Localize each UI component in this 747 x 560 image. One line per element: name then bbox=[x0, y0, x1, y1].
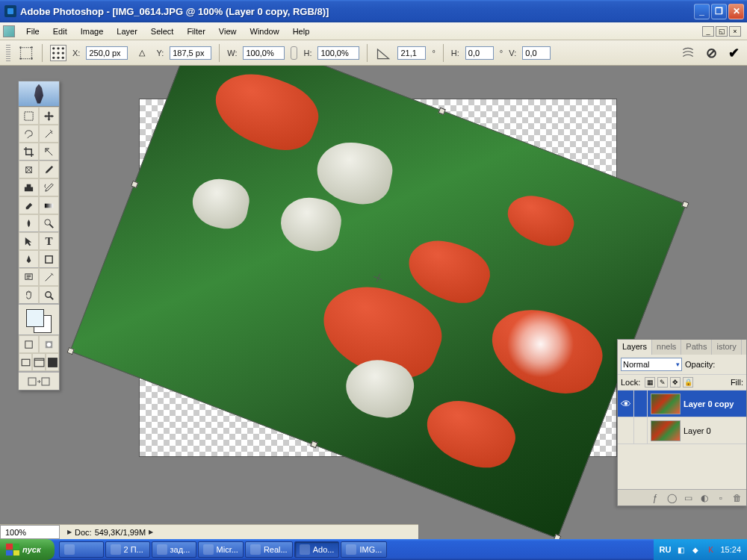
menu-help[interactable]: Help bbox=[286, 25, 317, 38]
window-minimize-button[interactable]: _ bbox=[694, 4, 710, 19]
taskbar-item[interactable]: зад... bbox=[152, 541, 196, 558]
tray-icon[interactable]: K bbox=[705, 544, 716, 555]
hand-tool[interactable] bbox=[19, 286, 39, 304]
language-indicator[interactable]: RU bbox=[660, 545, 672, 554]
menu-window[interactable]: Window bbox=[244, 25, 286, 38]
layer-visibility-toggle[interactable] bbox=[618, 417, 634, 444]
x-input[interactable] bbox=[86, 46, 128, 60]
color-swatches[interactable] bbox=[19, 304, 59, 335]
new-layer-button[interactable]: ▫ bbox=[715, 492, 727, 504]
zoom-tool[interactable] bbox=[39, 286, 59, 304]
window-maximize-button[interactable]: ❐ bbox=[711, 4, 727, 19]
screen-mode-standard[interactable] bbox=[19, 353, 32, 371]
layer-link-toggle[interactable] bbox=[634, 417, 648, 444]
pen-tool[interactable] bbox=[19, 250, 39, 268]
status-arrow-icon[interactable]: ▶ bbox=[67, 529, 72, 535]
lasso-tool[interactable] bbox=[19, 125, 39, 143]
move-tool[interactable] bbox=[39, 107, 59, 125]
lock-paint-icon[interactable]: ✎ bbox=[657, 377, 668, 388]
menu-view[interactable]: View bbox=[212, 25, 244, 38]
menu-file[interactable]: File bbox=[19, 25, 46, 38]
layer-row[interactable]: Layer 0 bbox=[618, 417, 746, 444]
document-window[interactable] bbox=[139, 99, 617, 457]
zoom-level-input[interactable]: 100% bbox=[0, 525, 60, 539]
crop-tool[interactable] bbox=[19, 143, 39, 161]
screen-mode-full[interactable] bbox=[46, 353, 59, 371]
menu-edit[interactable]: Edit bbox=[46, 25, 74, 38]
w-input[interactable] bbox=[243, 46, 285, 60]
transform-tool-icon[interactable] bbox=[18, 45, 34, 61]
lock-position-icon[interactable]: ✥ bbox=[670, 377, 681, 388]
mdi-minimize-button[interactable]: _ bbox=[702, 26, 714, 37]
start-button[interactable]: пуск bbox=[0, 539, 55, 560]
menu-filter[interactable]: Filter bbox=[180, 25, 211, 38]
h-input[interactable] bbox=[317, 46, 359, 60]
taskbar-item[interactable]: Ado... bbox=[294, 541, 340, 558]
taskbar-item[interactable]: Real... bbox=[245, 541, 293, 558]
layer-thumbnail[interactable] bbox=[651, 420, 681, 441]
y-input[interactable] bbox=[170, 46, 211, 60]
standard-mode-button[interactable] bbox=[19, 335, 39, 353]
tab-paths[interactable]: Paths bbox=[681, 340, 712, 355]
foreground-color-swatch[interactable] bbox=[26, 309, 44, 327]
menu-select[interactable]: Select bbox=[144, 25, 181, 38]
layers-panel[interactable]: Layers nnels Paths istory Normal ▾ Opaci… bbox=[617, 339, 747, 506]
magic-wand-tool[interactable] bbox=[39, 125, 59, 143]
tab-layers[interactable]: Layers bbox=[618, 340, 652, 355]
vskew-input[interactable] bbox=[522, 46, 551, 60]
tab-channels[interactable]: nnels bbox=[652, 340, 681, 355]
delete-layer-button[interactable]: 🗑 bbox=[731, 492, 743, 504]
reference-point-icon[interactable] bbox=[50, 45, 66, 61]
new-group-button[interactable]: ▭ bbox=[682, 492, 694, 504]
cancel-transform-button[interactable]: ⊘ bbox=[704, 46, 719, 60]
blur-tool[interactable] bbox=[19, 214, 39, 232]
brush-tool[interactable] bbox=[39, 161, 59, 178]
toolbox-panel[interactable]: T bbox=[18, 81, 60, 391]
taskbar-item[interactable]: Micr... bbox=[198, 541, 244, 558]
layer-name[interactable]: Layer 0 bbox=[684, 426, 711, 435]
warp-icon[interactable] bbox=[680, 45, 696, 61]
healing-brush-tool[interactable] bbox=[19, 161, 39, 178]
slice-tool[interactable] bbox=[39, 143, 59, 161]
hskew-input[interactable] bbox=[465, 46, 494, 60]
layer-row[interactable]: 👁 Layer 0 copy bbox=[618, 391, 746, 417]
mdi-restore-button[interactable]: ◱ bbox=[716, 26, 728, 37]
taskbar-item[interactable]: 2 П... bbox=[105, 541, 150, 558]
link-aspect-icon[interactable] bbox=[291, 46, 297, 60]
shape-tool[interactable] bbox=[39, 250, 59, 268]
delta-icon[interactable]: △ bbox=[134, 45, 150, 61]
layer-style-button[interactable]: ƒ bbox=[649, 492, 661, 504]
gradient-tool[interactable] bbox=[39, 196, 59, 214]
blend-mode-select[interactable]: Normal ▾ bbox=[621, 358, 682, 371]
lock-transparency-icon[interactable]: ▦ bbox=[645, 377, 655, 388]
quick-mask-mode-button[interactable] bbox=[39, 335, 59, 353]
eraser-tool[interactable] bbox=[19, 196, 39, 214]
eyedropper-tool[interactable] bbox=[39, 268, 59, 286]
layer-mask-button[interactable]: ◯ bbox=[666, 492, 678, 504]
window-close-button[interactable]: ✕ bbox=[728, 4, 744, 19]
taskbar-item[interactable]: IMG... bbox=[341, 541, 387, 558]
layer-name[interactable]: Layer 0 copy bbox=[684, 399, 734, 408]
adjustment-layer-button[interactable]: ◐ bbox=[698, 492, 710, 504]
tray-icon[interactable]: ◆ bbox=[690, 544, 701, 555]
layer-visibility-toggle[interactable]: 👁 bbox=[618, 391, 634, 417]
path-selection-tool[interactable] bbox=[19, 232, 39, 250]
jump-to-imageready-button[interactable] bbox=[19, 372, 59, 390]
taskbar-item[interactable] bbox=[59, 541, 104, 558]
history-brush-tool[interactable] bbox=[39, 178, 59, 196]
dodge-tool[interactable] bbox=[39, 214, 59, 232]
screen-mode-full-menubar[interactable] bbox=[32, 353, 46, 371]
layer-thumbnail[interactable] bbox=[651, 393, 681, 414]
marquee-tool[interactable] bbox=[19, 107, 39, 125]
clock[interactable]: 15:24 bbox=[720, 545, 741, 554]
menu-image[interactable]: Image bbox=[74, 25, 111, 38]
notes-tool[interactable] bbox=[19, 268, 39, 286]
tab-history[interactable]: istory bbox=[712, 340, 741, 355]
clone-stamp-tool[interactable] bbox=[19, 178, 39, 196]
mdi-close-button[interactable]: × bbox=[729, 26, 741, 37]
layer-link-toggle[interactable] bbox=[634, 391, 648, 417]
menu-layer[interactable]: Layer bbox=[110, 25, 144, 38]
status-menu-arrow-icon[interactable]: ▶ bbox=[149, 529, 153, 535]
commit-transform-button[interactable]: ✔ bbox=[726, 46, 741, 60]
angle-input[interactable] bbox=[397, 46, 426, 60]
